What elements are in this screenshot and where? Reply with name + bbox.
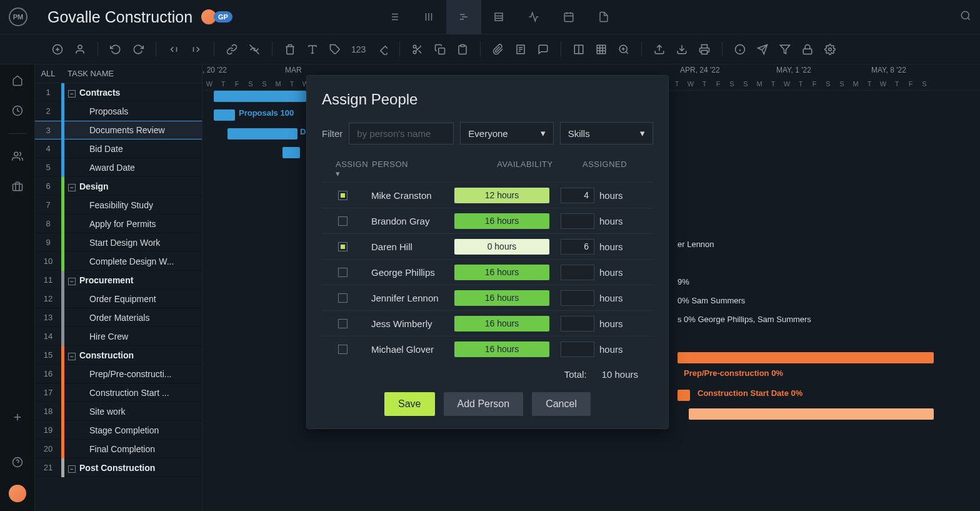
filter-icon[interactable]: [776, 41, 794, 58]
export-icon[interactable]: [673, 41, 691, 58]
task-row[interactable]: 13Order Materials: [35, 308, 202, 327]
tag-icon[interactable]: [326, 41, 344, 58]
assign-checkbox[interactable]: [338, 319, 348, 328]
task-row[interactable]: 20Final Completion: [35, 440, 202, 458]
assign-checkbox[interactable]: [338, 268, 348, 277]
redo-icon[interactable]: [129, 41, 147, 58]
task-row[interactable]: 2Proposals: [35, 102, 202, 121]
task-row[interactable]: 19Stage Completion: [35, 421, 202, 440]
add-icon[interactable]: [49, 41, 66, 58]
person-icon[interactable]: [71, 41, 89, 58]
assign-checkbox[interactable]: [338, 191, 348, 200]
task-row[interactable]: 14Hire Crew: [35, 327, 202, 346]
add-person-button[interactable]: Add Person: [444, 392, 524, 416]
send-icon[interactable]: [754, 41, 771, 58]
task-row[interactable]: 8Apply for Permits: [35, 215, 202, 233]
collapse-icon[interactable]: −: [68, 184, 76, 191]
unlink-icon[interactable]: [246, 41, 263, 58]
gantt-bar[interactable]: [214, 109, 235, 121]
task-row[interactable]: 7Feasibility Study: [35, 196, 202, 215]
assign-checkbox[interactable]: [338, 293, 348, 303]
task-row[interactable]: 11−Procurement: [35, 271, 202, 290]
column-all[interactable]: ALL: [35, 69, 61, 78]
recent-icon[interactable]: [10, 103, 25, 118]
text-icon[interactable]: [304, 41, 321, 58]
task-row[interactable]: 17Construction Start ...: [35, 383, 202, 402]
skills-select[interactable]: Skills▾: [560, 122, 653, 144]
col-availability[interactable]: AVAILABILITY: [475, 159, 575, 178]
help-icon[interactable]: [10, 455, 25, 470]
gantt-view-icon[interactable]: [446, 0, 481, 34]
task-row[interactable]: 1−Contracts: [35, 83, 202, 102]
task-row[interactable]: 3Documents Review: [35, 121, 202, 139]
plus-icon[interactable]: [10, 410, 25, 425]
app-logo[interactable]: PM: [9, 8, 28, 26]
project-members[interactable]: GP: [201, 9, 232, 24]
grid-icon[interactable]: [592, 41, 610, 58]
task-row[interactable]: 6−Design: [35, 177, 202, 196]
assign-checkbox[interactable]: [338, 216, 348, 226]
save-button[interactable]: Save: [384, 392, 434, 416]
indent-icon[interactable]: [188, 41, 205, 58]
lock-icon[interactable]: [799, 41, 816, 58]
filter-input[interactable]: [349, 123, 454, 144]
assigned-hours-input[interactable]: [561, 290, 594, 306]
home-icon[interactable]: [10, 73, 25, 88]
assigned-hours-input[interactable]: [561, 188, 594, 203]
gantt-bar[interactable]: [678, 390, 690, 401]
gantt-bar[interactable]: [228, 128, 298, 139]
list-view-icon[interactable]: [376, 0, 411, 34]
column-task-name[interactable]: TASK NAME: [61, 69, 114, 78]
task-row[interactable]: 12Order Equipment: [35, 290, 202, 308]
import-icon[interactable]: [651, 41, 668, 58]
comment-icon[interactable]: [534, 41, 552, 58]
link-icon[interactable]: [223, 41, 241, 58]
assigned-hours-input[interactable]: [561, 316, 594, 331]
assigned-hours-input[interactable]: [561, 265, 594, 280]
zoom-icon[interactable]: [615, 41, 632, 58]
collapse-icon[interactable]: −: [68, 278, 76, 285]
search-icon[interactable]: [960, 10, 971, 24]
user-avatar[interactable]: [9, 485, 26, 502]
undo-icon[interactable]: [107, 41, 124, 58]
file-view-icon[interactable]: [586, 0, 621, 34]
print-icon[interactable]: [696, 41, 713, 58]
task-row[interactable]: 15−Construction: [35, 346, 202, 365]
assigned-hours-input[interactable]: [561, 342, 594, 357]
briefcase-icon[interactable]: [10, 179, 25, 194]
sheet-view-icon[interactable]: [481, 0, 516, 34]
note-icon[interactable]: [512, 41, 529, 58]
assign-checkbox[interactable]: [338, 242, 348, 251]
activity-view-icon[interactable]: [516, 0, 551, 34]
trash-icon[interactable]: [281, 41, 299, 58]
diamond-icon[interactable]: [373, 41, 391, 58]
task-row[interactable]: 18Site work: [35, 402, 202, 421]
task-row[interactable]: 10Complete Design W...: [35, 252, 202, 271]
collapse-icon[interactable]: −: [68, 465, 76, 473]
task-row[interactable]: 21−Post Construction: [35, 458, 202, 477]
collapse-icon[interactable]: −: [68, 90, 76, 98]
task-row[interactable]: 4Bid Date: [35, 139, 202, 158]
col-assigned[interactable]: ASSIGNED: [575, 159, 653, 178]
columns-icon[interactable]: [570, 41, 588, 58]
collapse-icon[interactable]: −: [68, 353, 76, 360]
gantt-bar[interactable]: [282, 147, 300, 158]
gantt-bar[interactable]: [689, 408, 934, 420]
assign-checkbox[interactable]: [338, 345, 348, 354]
attach-icon[interactable]: [489, 41, 507, 58]
team-icon[interactable]: [10, 149, 25, 164]
outdent-icon[interactable]: [165, 41, 182, 58]
gantt-bar[interactable]: [678, 352, 934, 363]
board-view-icon[interactable]: [411, 0, 446, 34]
info-icon[interactable]: [731, 41, 749, 58]
paste-icon[interactable]: [454, 41, 471, 58]
task-row[interactable]: 5Award Date: [35, 158, 202, 177]
cut-icon[interactable]: [409, 41, 426, 58]
settings-icon[interactable]: [821, 41, 839, 58]
col-assign[interactable]: ASSIGN ▾: [322, 159, 372, 178]
col-person[interactable]: PERSON: [372, 159, 475, 178]
cancel-button[interactable]: Cancel: [532, 392, 591, 416]
task-row[interactable]: 16Prep/Pre-constructi...: [35, 365, 202, 383]
gantt-bar[interactable]: [214, 91, 306, 102]
scope-select[interactable]: Everyone▾: [460, 122, 553, 144]
